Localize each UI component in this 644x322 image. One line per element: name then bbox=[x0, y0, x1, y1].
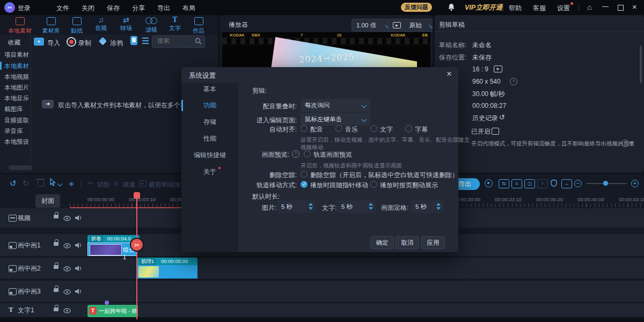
import-button[interactable]: 导入 bbox=[47, 39, 60, 48]
redo-icon[interactable]: ↻ bbox=[23, 179, 30, 188]
enter-edit-dropdown[interactable]: 鼠标左键单击 bbox=[301, 113, 370, 126]
follow-pointer-radio[interactable] bbox=[301, 181, 308, 188]
service-button[interactable]: 客服 bbox=[533, 4, 546, 13]
eye-icon[interactable] bbox=[63, 215, 71, 223]
zoom-slider-knob[interactable] bbox=[603, 181, 608, 186]
track-preview-radio[interactable] bbox=[304, 150, 311, 157]
clip-texture-body[interactable] bbox=[137, 265, 197, 279]
crop-icon[interactable]: ▶ bbox=[139, 180, 147, 187]
maximize-button[interactable] bbox=[618, 5, 624, 11]
help-button[interactable]: 帮助 bbox=[509, 4, 522, 13]
dialog-tab-storage[interactable]: 存储 bbox=[181, 116, 238, 128]
preview-help-icon[interactable]: ? bbox=[292, 150, 299, 158]
track-preview-option[interactable]: 轨道画面预览 bbox=[313, 150, 352, 159]
page-flip-option[interactable]: 播放时按页翻动展示 bbox=[380, 181, 438, 190]
tab-text[interactable]: T 文字 bbox=[163, 16, 187, 32]
login-button[interactable]: 登录 bbox=[18, 4, 31, 13]
lock-icon[interactable] bbox=[54, 288, 58, 292]
sort-list-icon[interactable] bbox=[142, 38, 149, 39]
crop-tool-label[interactable]: 裁剪和缩放 bbox=[149, 180, 181, 189]
ratio-play-icon[interactable]: ▶ bbox=[494, 65, 502, 72]
resolution-help-icon[interactable]: ? bbox=[510, 78, 517, 85]
list-item-presets[interactable]: 本地预设 bbox=[4, 138, 31, 148]
keyframe-icon[interactable]: ◈ bbox=[69, 179, 74, 187]
follow-pointer-option[interactable]: 播放时跟随指针移动 bbox=[310, 181, 368, 190]
align-music-option[interactable]: 音乐 bbox=[345, 125, 358, 134]
stepper-arrows-icon[interactable] bbox=[309, 203, 313, 210]
tab-works[interactable]: 作品 bbox=[187, 17, 210, 35]
cursor-tool-icon[interactable] bbox=[49, 178, 56, 188]
freeze-duration-stepper[interactable]: 5 秒 bbox=[411, 200, 443, 213]
lock-icon[interactable] bbox=[54, 265, 58, 269]
dialog-tab-basic[interactable]: 基本 bbox=[181, 83, 238, 95]
track-pip3[interactable]: 画中画3 bbox=[0, 281, 644, 302]
menu-save[interactable]: 保存 bbox=[107, 4, 120, 13]
media-panel-scrollbar[interactable] bbox=[9, 165, 32, 170]
close-window-button[interactable]: × bbox=[632, 2, 637, 11]
home-icon[interactable]: ⌂ bbox=[587, 3, 591, 11]
list-item-local-image[interactable]: 本地图片 bbox=[4, 84, 31, 93]
overlap-dropdown[interactable]: 每次询问 bbox=[301, 99, 370, 112]
menu-layout[interactable]: 布局 bbox=[182, 4, 195, 13]
eye-icon[interactable] bbox=[63, 266, 71, 273]
tab-library[interactable]: 素材库 bbox=[36, 17, 65, 35]
proxy-toggle-icon[interactable] bbox=[492, 128, 499, 135]
tab-sticker[interactable]: 贴纸 bbox=[63, 17, 90, 35]
history-icon[interactable]: ↺ bbox=[499, 113, 505, 121]
view-quality-dropdown[interactable]: ▶ 原始 bbox=[388, 19, 433, 32]
eye-icon[interactable] bbox=[63, 289, 71, 296]
settings-button[interactable]: 设置 bbox=[557, 4, 570, 13]
auto-snap-icon[interactable]: ⇆ bbox=[499, 179, 509, 188]
list-item-local-video[interactable]: 本地视频 bbox=[4, 73, 31, 83]
undo-icon[interactable]: ↺ bbox=[10, 179, 17, 188]
menu-share[interactable]: 分享 bbox=[132, 4, 145, 13]
align-music-radio[interactable] bbox=[335, 125, 342, 132]
stepper-arrows-icon[interactable] bbox=[436, 203, 441, 210]
apply-button[interactable]: 应用 bbox=[421, 236, 445, 249]
dialog-tab-about[interactable]: 关于 bbox=[181, 166, 238, 178]
track-pip2[interactable]: 画中画2 bbox=[0, 258, 644, 279]
list-item-project[interactable]: 项目素材 bbox=[4, 51, 31, 61]
tab-local-media[interactable]: 本地素材 bbox=[5, 17, 34, 35]
delete-icon[interactable] bbox=[38, 180, 44, 187]
align-voiceover-option[interactable]: 配音 bbox=[310, 125, 323, 134]
align-voiceover-radio[interactable] bbox=[301, 125, 308, 132]
history-link[interactable]: 历史记录 bbox=[472, 114, 498, 123]
search-input[interactable] bbox=[156, 37, 194, 45]
speed-tool-label[interactable]: 调速 bbox=[122, 180, 135, 189]
mirror-icon[interactable]: ◫ bbox=[524, 179, 535, 188]
list-item-local-media[interactable]: 本地素材 bbox=[4, 62, 31, 72]
clip-texture-header[interactable]: 肌理1 00:00:05.00 bbox=[137, 258, 197, 265]
tab-audio[interactable]: ♫ 音频 bbox=[88, 16, 114, 32]
zoom-out-icon[interactable]: − bbox=[574, 180, 582, 187]
list-item-screenshot[interactable]: 截图库 bbox=[4, 105, 31, 115]
confirm-button[interactable]: 确定 bbox=[370, 236, 394, 249]
doodle-button[interactable]: 涂鸦 bbox=[110, 39, 123, 48]
dialog-tab-features[interactable]: 功能 bbox=[181, 99, 238, 111]
fit-width-icon[interactable]: ↔ bbox=[561, 179, 572, 188]
clip-text-body[interactable]: T 一起跨年啦 - 静态 bbox=[87, 305, 138, 317]
split-track-icon[interactable]: ≡ bbox=[511, 179, 522, 188]
record-button[interactable]: 录制 bbox=[78, 39, 91, 48]
speaker-icon[interactable] bbox=[75, 215, 82, 223]
lock-icon[interactable] bbox=[54, 308, 58, 311]
speed-icon[interactable]: ⊘ bbox=[113, 179, 119, 187]
speaker-icon[interactable] bbox=[75, 288, 82, 296]
menu-export[interactable]: 导出 bbox=[157, 4, 170, 13]
stepper-arrows-icon[interactable] bbox=[369, 203, 373, 210]
list-item-recordings[interactable]: 录音库 bbox=[4, 127, 31, 137]
link-icon[interactable]: ✕ bbox=[537, 179, 548, 188]
lock-icon[interactable] bbox=[54, 242, 58, 246]
keyframe-handle-top[interactable] bbox=[105, 301, 109, 305]
draft-panel-scrollbar[interactable] bbox=[640, 46, 642, 83]
speaker-icon[interactable] bbox=[75, 265, 82, 273]
proxy-help-icon[interactable]: ? bbox=[621, 140, 629, 147]
draft-ratio-value[interactable]: 16 : 9 bbox=[472, 65, 488, 73]
menu-file[interactable]: 文件 bbox=[56, 4, 69, 13]
bell-icon[interactable] bbox=[448, 3, 455, 13]
image-duration-stepper[interactable]: 5 秒 bbox=[277, 200, 316, 213]
eye-icon[interactable] bbox=[63, 308, 71, 315]
lock-icon[interactable] bbox=[54, 215, 58, 218]
search-icon[interactable] bbox=[195, 38, 202, 46]
delete-gap-radio[interactable] bbox=[301, 171, 308, 178]
